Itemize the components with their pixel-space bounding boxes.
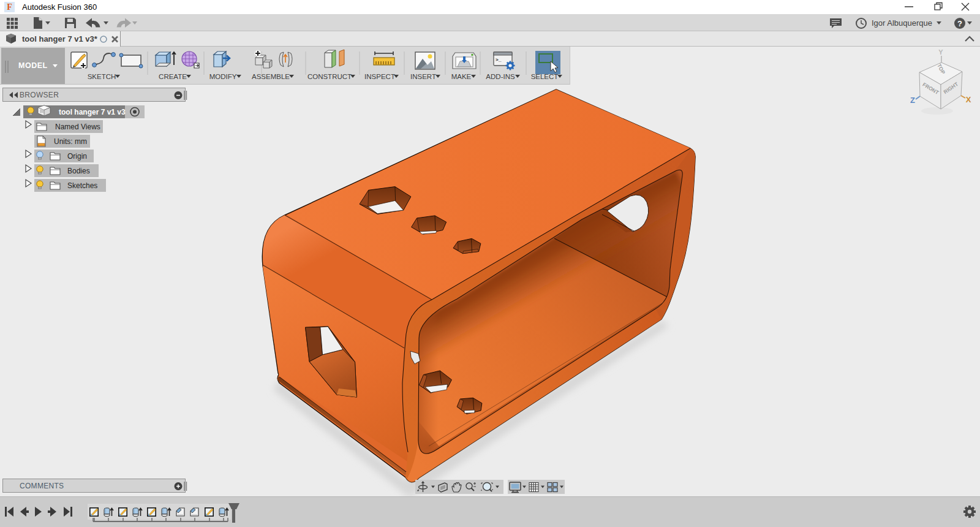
svg-text:ASSEMBLE: ASSEMBLE [252,73,290,80]
svg-text:ADD-INS: ADD-INS [486,73,515,80]
svg-text:X: X [966,95,971,104]
svg-text:MODIFY: MODIFY [209,73,237,80]
svg-text:Sketches: Sketches [67,181,97,190]
svg-text:INSERT: INSERT [410,73,436,80]
svg-text:SKETCH: SKETCH [88,73,116,80]
svg-text:Origin: Origin [67,152,87,161]
svg-text:Bodies: Bodies [67,167,90,175]
svg-text:SELECT: SELECT [531,73,559,80]
svg-text:CONSTRUCT: CONSTRUCT [307,73,352,80]
svg-text:INSPECT: INSPECT [364,73,395,80]
svg-text:tool hanger 7 v1 v3: tool hanger 7 v1 v3 [59,108,126,116]
svg-text:?: ? [957,19,962,28]
svg-text:Named Views: Named Views [55,123,100,131]
svg-text:MAKE: MAKE [451,73,472,80]
svg-text:Igor Albuquerque: Igor Albuquerque [872,18,932,28]
svg-text:Z: Z [910,96,915,105]
svg-text:CREATE: CREATE [159,73,187,80]
svg-text:Units: mm: Units: mm [54,137,87,146]
svg-text:>_: >_ [496,57,502,63]
